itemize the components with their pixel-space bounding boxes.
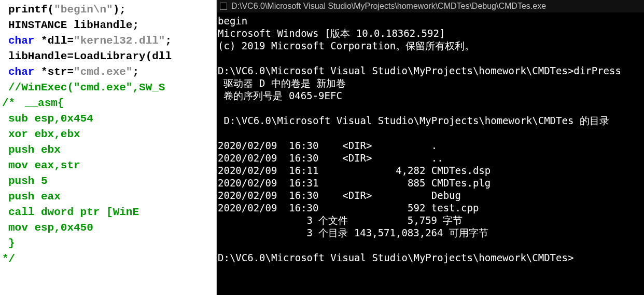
console-app-icon <box>220 3 227 10</box>
code-text: *str= <box>34 66 74 78</box>
string-literal: "kernel32.dll" <box>74 35 165 47</box>
comment-text: push eax <box>8 191 61 203</box>
code-text: ; <box>132 66 139 78</box>
comment-text: push ebx <box>8 144 61 156</box>
code-text: *dll= <box>34 35 74 47</box>
keyword: char <box>8 66 34 78</box>
code-line[interactable]: printf("begin\n"); <box>8 2 216 18</box>
console-output[interactable]: begin Microsoft Windows [版本 10.0.18362.5… <box>217 12 644 295</box>
code-line[interactable]: push 5 <box>8 173 216 189</box>
keyword: char <box>8 35 34 47</box>
code-text: libHandle=LoadLibrary(dll <box>8 50 172 62</box>
comment-text: mov esp,0x450 <box>8 222 93 234</box>
code-line[interactable]: push ebx <box>8 142 216 158</box>
code-text: HINSTANCE libHandle; <box>8 19 139 31</box>
code-text: ); <box>113 4 126 16</box>
code-editor-panel[interactable]: printf("begin\n"); HINSTANCE libHandle; … <box>0 0 217 295</box>
comment-text: sub esp,0x454 <box>8 113 93 125</box>
console-title-text: D:\VC6.0\Microsoft Visual Studio\MyProje… <box>231 2 546 11</box>
code-line[interactable]: } <box>8 236 216 251</box>
code-line[interactable]: char *dll="kernel32.dll"; <box>8 33 216 49</box>
code-line[interactable]: mov esp,0x450 <box>8 220 216 236</box>
code-line[interactable]: push eax <box>8 189 216 205</box>
code-line[interactable]: libHandle=LoadLibrary(dll <box>8 49 216 64</box>
comment-marker: /* <box>2 96 15 111</box>
console-titlebar[interactable]: D:\VC6.0\Microsoft Visual Studio\MyProje… <box>217 0 644 12</box>
comment-text: push 5 <box>8 175 48 187</box>
comment-text: } <box>8 237 15 249</box>
string-literal: "begin\n" <box>54 4 113 16</box>
comment-text: //WinExec("cmd.exe",SW_S <box>8 82 165 93</box>
code-line[interactable]: //WinExec("cmd.exe",SW_S <box>8 80 216 96</box>
comment-text: __asm{ <box>18 97 64 109</box>
code-line[interactable]: */ <box>8 251 216 267</box>
code-line[interactable]: call dword ptr [WinE <box>8 205 216 220</box>
code-line[interactable]: char *str="cmd.exe"; <box>8 64 216 80</box>
code-text: printf( <box>8 4 54 16</box>
code-line[interactable]: /* __asm{ <box>8 96 216 111</box>
code-text: ; <box>165 35 172 47</box>
code-line[interactable]: xor ebx,ebx <box>8 127 216 142</box>
comment-marker: */ <box>2 251 15 267</box>
comment-text: xor ebx,ebx <box>8 128 80 140</box>
code-line[interactable]: mov eax,str <box>8 158 216 173</box>
code-line[interactable]: sub esp,0x454 <box>8 111 216 127</box>
string-literal: "cmd.exe" <box>74 66 132 78</box>
console-window: D:\VC6.0\Microsoft Visual Studio\MyProje… <box>217 0 644 295</box>
comment-text: mov eax,str <box>8 159 80 171</box>
code-line[interactable]: HINSTANCE libHandle; <box>8 18 216 33</box>
comment-text: call dword ptr [WinE <box>8 206 139 218</box>
